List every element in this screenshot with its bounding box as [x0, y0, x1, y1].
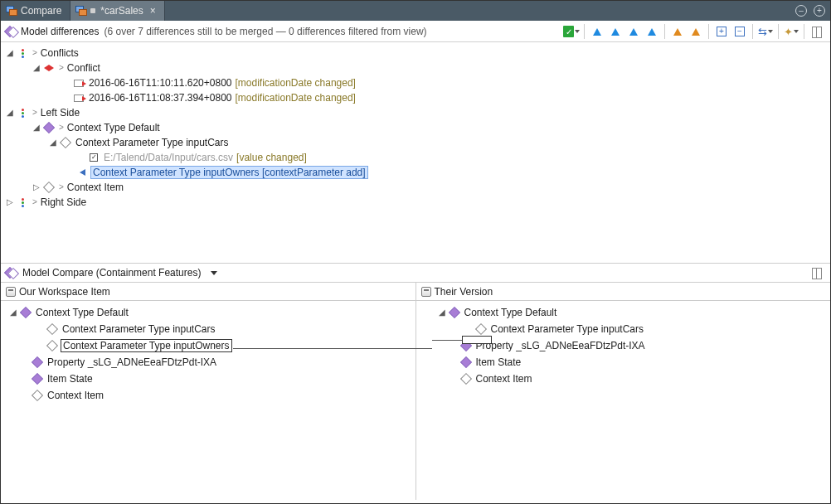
tab-compare[interactable]: Compare — [1, 1, 70, 21]
diff-toolbar: Model differences (6 over 7 differences … — [1, 21, 830, 42]
filter-c-button[interactable] — [625, 23, 642, 40]
ours-tree[interactable]: ◢ Context Type Default ◢ Context Paramet… — [1, 301, 416, 500]
separator — [584, 24, 585, 39]
node-label: Context Item — [474, 371, 534, 386]
node-note: [modificationDate changed] — [233, 75, 357, 90]
triangle-icon — [648, 28, 656, 36]
tree-node[interactable]: ◢ Item State — [416, 354, 831, 371]
tree-node[interactable]: ◢ Context Item — [1, 387, 416, 404]
node-label: Context Type Default — [66, 120, 162, 135]
node-label: Conflict — [66, 61, 102, 75]
triangle-icon — [611, 28, 620, 36]
toolbar-title: Model differences — [21, 26, 100, 37]
chevron-right-icon: > — [59, 180, 64, 195]
layout-button[interactable] — [809, 23, 825, 40]
tree-node-right-side[interactable]: ▷ > Right Side — [1, 195, 830, 210]
close-tab-icon[interactable]: × — [150, 5, 156, 17]
layout-toggle[interactable] — [809, 264, 825, 281]
tab-carsales[interactable]: *carSales × — [70, 1, 164, 21]
accept-button[interactable]: ✓ — [563, 23, 580, 40]
collapse-button[interactable] — [731, 23, 748, 40]
expander-icon[interactable]: ◢ — [31, 120, 42, 135]
tree-node[interactable]: ◢ Context Parameter Type inputCars — [1, 321, 416, 337]
collapse-icon — [735, 27, 745, 36]
chevron-right-icon: > — [32, 105, 37, 120]
expand-button[interactable] — [713, 23, 730, 40]
node-label: Left Side — [39, 105, 81, 120]
expander-icon[interactable]: ◢ — [31, 61, 42, 75]
tree-node-ts1[interactable]: ◢ 2016-06-16T11:10:11.620+0800 [modifica… — [1, 75, 830, 90]
tree-node[interactable]: ◢ Context Type Default — [1, 304, 416, 321]
tree-node-conflicts[interactable]: ◢ > Conflicts — [1, 46, 830, 61]
model-compare-menu[interactable] — [211, 271, 217, 275]
col-title: Our Workspace Item — [19, 286, 110, 298]
node-label: Context Parameter Type inputOwners — [61, 339, 232, 352]
diff-connector — [233, 348, 432, 349]
filter-a-button[interactable] — [589, 23, 605, 40]
node-label: 2016-06-16T11:08:37.394+0800 — [87, 90, 233, 105]
node-label: Context Parameter Type inputCars — [61, 322, 217, 337]
expander-icon[interactable]: ▷ — [31, 180, 42, 195]
workspace-icon — [421, 287, 431, 297]
node-label: 2016-06-16T11:10:11.620+0800 — [87, 75, 233, 90]
compare-column-headers: Our Workspace Item Their Version — [1, 283, 830, 301]
triangle-icon — [593, 28, 601, 36]
expander-icon[interactable]: ◢ — [4, 105, 16, 120]
col-title: Their Version — [435, 286, 493, 298]
tree-node-ctx-default[interactable]: ◢ > Context Type Default — [1, 120, 830, 135]
diamond-icon — [32, 373, 43, 385]
chevron-down-icon — [575, 30, 580, 33]
tree-node-left-side[interactable]: ◢ > Left Side — [1, 105, 830, 120]
conflict-icon — [44, 65, 54, 71]
diamond-icon — [459, 373, 471, 385]
filter-b-button[interactable] — [607, 23, 624, 40]
tree-node-ts2[interactable]: ◢ 2016-06-16T11:08:37.394+0800 [modifica… — [1, 90, 830, 105]
filters-button[interactable]: ✦ — [783, 23, 799, 40]
minimize-button[interactable]: – — [795, 5, 807, 17]
node-label: Context Parameter Type inputCars — [489, 322, 646, 337]
tree-node-inputcars[interactable]: ◢ Context Parameter Type inputCars — [1, 135, 830, 150]
expander-icon[interactable]: ◢ — [7, 305, 19, 320]
tree-node-inputowners[interactable]: ◢ Context Parameter Type inputOwners [co… — [1, 165, 830, 180]
diamond-icon — [46, 340, 58, 351]
tree-node[interactable]: ◢ Context Item — [416, 371, 831, 387]
columns-icon — [812, 27, 822, 36]
expander-icon[interactable]: ◢ — [4, 46, 16, 61]
filter-d-button[interactable] — [644, 23, 660, 40]
node-label: Right Side — [39, 195, 88, 210]
tree-node-owners-ours[interactable]: ◢ Context Parameter Type inputOwners — [1, 337, 416, 354]
group-icon — [22, 198, 24, 207]
filters-icon: ✦ — [784, 26, 793, 38]
expander-icon[interactable]: ◢ — [47, 135, 59, 150]
node-label: Property _sLG_ADNeEeaFDtzPdt-IXA — [46, 355, 218, 370]
tree-node[interactable]: ◢ Context Type Default — [416, 304, 831, 321]
node-label: Item State — [46, 371, 95, 386]
expand-icon — [717, 27, 727, 36]
expander-icon[interactable]: ◢ — [436, 305, 448, 320]
separator — [804, 24, 804, 39]
theirs-tree[interactable]: ◢ Context Type Default ◢ Context Paramet… — [416, 301, 831, 500]
tree-node-context-item[interactable]: ▷ > Context Item — [1, 180, 830, 195]
node-label: Conflicts — [39, 46, 80, 61]
group-button[interactable]: ⇆ — [757, 23, 774, 40]
filter-f-button[interactable] — [688, 23, 704, 40]
chevron-right-icon: > — [59, 120, 64, 135]
diamond-icon — [43, 182, 55, 193]
diff-tree[interactable]: ◢ > Conflicts ◢ > Conflict ◢ 2016-06-16T… — [1, 42, 830, 263]
tree-node[interactable]: ◢ Property _sLG_ADNeEeaFDtzPdt-IXA — [1, 354, 416, 371]
chevron-right-icon: > — [32, 46, 37, 61]
filter-e-button[interactable] — [669, 23, 686, 40]
change-icon — [74, 80, 84, 87]
tree-node[interactable]: ◢ Item State — [1, 371, 416, 387]
tree-node-conflict[interactable]: ◢ > Conflict — [1, 61, 830, 75]
model-diff-icon — [6, 27, 17, 36]
tree-node-path[interactable]: ◢ ✓ E:/Talend/Data/Input/cars.csv [value… — [1, 150, 830, 165]
triangle-icon — [673, 28, 682, 36]
maximize-button[interactable]: + — [814, 5, 825, 17]
columns-icon — [812, 268, 822, 278]
compare-icon — [6, 6, 17, 16]
tree-node[interactable]: ◢ Context Parameter Type inputCars — [416, 321, 831, 337]
node-label: E:/Talend/Data/Input/cars.csv — [102, 150, 235, 165]
node-label: Context Item — [46, 388, 105, 403]
expander-icon[interactable]: ▷ — [4, 195, 16, 210]
